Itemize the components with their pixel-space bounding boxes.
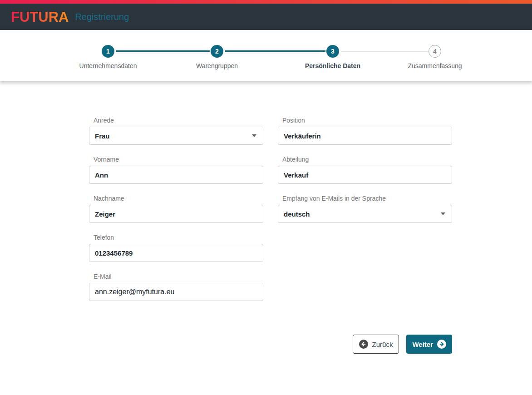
page-title: Registrierung: [75, 12, 129, 22]
abteilung-input[interactable]: [278, 166, 452, 184]
step-warengruppen[interactable]: 2 Warengruppen: [165, 45, 269, 69]
form-column-right: Position Abteilung Empfang von E-Mails i…: [278, 117, 452, 312]
position-input[interactable]: [278, 127, 452, 145]
step-4-circle: 4: [429, 45, 441, 58]
nachname-input[interactable]: [89, 205, 263, 223]
chevron-down-icon: [441, 212, 445, 215]
abteilung-label: Abteilung: [278, 156, 452, 163]
registration-stepper: 1 Unternehmensdaten 2 Warengruppen 3 Per…: [0, 30, 532, 81]
wizard-actions: Zurück Weiter: [89, 335, 452, 354]
field-email: E-Mail: [89, 273, 263, 301]
telefon-input[interactable]: [89, 244, 263, 262]
field-nachname: Nachname: [89, 195, 263, 223]
next-button[interactable]: Weiter: [406, 335, 452, 354]
nachname-label: Nachname: [89, 195, 263, 202]
step-zusammenfassung[interactable]: 4 Zusammenfassung: [383, 45, 487, 69]
app-header: FUTURA Registrierung: [0, 4, 532, 30]
back-button[interactable]: Zurück: [353, 335, 399, 354]
sprache-select[interactable]: deutsch: [278, 205, 452, 223]
form-column-left: Anrede Frau Vorname Nachname Telefon E-M…: [89, 117, 263, 312]
anrede-label: Anrede: [89, 117, 263, 124]
email-label: E-Mail: [89, 273, 263, 280]
step-1-circle: 1: [102, 45, 114, 58]
step-3-circle: 3: [326, 45, 339, 58]
field-position: Position: [278, 117, 452, 145]
anrede-selected-value: Frau: [95, 132, 110, 140]
step-2-label: Warengruppen: [165, 62, 269, 69]
sprache-selected-value: deutsch: [284, 210, 310, 218]
field-sprache: Empfang von E-Mails in der Sprache deuts…: [278, 195, 452, 223]
vorname-input[interactable]: [89, 166, 263, 184]
step-4-label: Zusammenfassung: [383, 62, 487, 69]
email-input[interactable]: [89, 283, 263, 301]
step-1-label: Unternehmensdaten: [56, 62, 160, 69]
field-vorname: Vorname: [89, 156, 263, 184]
step-2-circle: 2: [211, 45, 223, 58]
personal-data-form: Anrede Frau Vorname Nachname Telefon E-M…: [0, 81, 532, 354]
arrow-left-circle-icon: [359, 340, 368, 349]
anrede-select[interactable]: Frau: [89, 127, 263, 145]
brand-gradient-strip: [0, 0, 532, 4]
position-label: Position: [278, 117, 452, 124]
step-unternehmensdaten[interactable]: 1 Unternehmensdaten: [56, 45, 160, 69]
step-3-label: Persönliche Daten: [281, 62, 385, 69]
back-button-label: Zurück: [372, 341, 393, 348]
field-abteilung: Abteilung: [278, 156, 452, 184]
field-anrede: Anrede Frau: [89, 117, 263, 145]
vorname-label: Vorname: [89, 156, 263, 163]
next-button-label: Weiter: [412, 341, 433, 348]
chevron-down-icon: [252, 134, 256, 137]
futura-logo: FUTURA: [11, 10, 69, 24]
telefon-label: Telefon: [89, 234, 263, 241]
sprache-label: Empfang von E-Mails in der Sprache: [278, 195, 452, 202]
field-telefon: Telefon: [89, 234, 263, 262]
step-persoenliche-daten[interactable]: 3 Persönliche Daten: [281, 45, 385, 69]
arrow-right-circle-icon: [437, 340, 446, 349]
